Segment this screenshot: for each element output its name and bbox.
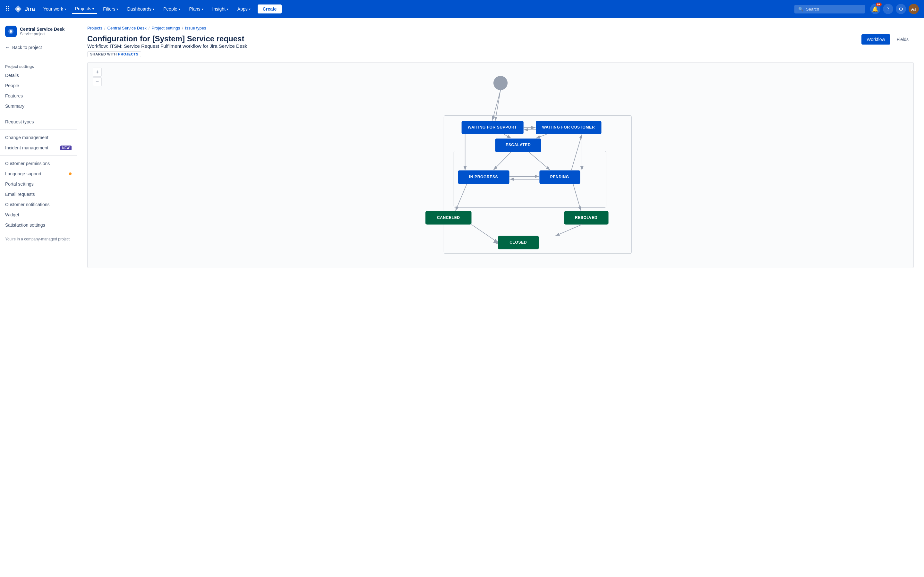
sidebar-divider-3 <box>0 129 77 130</box>
project-name: Central Service Desk <box>20 27 65 32</box>
search-box[interactable]: 🔍 Search <box>795 5 865 13</box>
project-type: Service project <box>20 32 65 36</box>
sidebar-item-customer-permissions[interactable]: Customer permissions <box>0 158 77 169</box>
notification-badge: 9+ <box>876 3 882 6</box>
svg-text:CLOSED: CLOSED <box>509 240 527 245</box>
sidebar-divider-1 <box>0 58 77 58</box>
sidebar-footer: You're in a company-managed project <box>0 233 77 245</box>
breadcrumb-issue-types[interactable]: Issue types <box>185 26 206 31</box>
shared-badge: SHARED WITH PROJECTS <box>87 51 141 57</box>
nav-apps[interactable]: Apps ▾ <box>234 5 254 13</box>
sidebar-item-details[interactable]: Details <box>0 70 77 81</box>
sidebar-item-portal-settings[interactable]: Portal settings <box>0 179 77 189</box>
nav-projects[interactable]: Projects ▾ <box>72 4 97 14</box>
zoom-in-button[interactable]: + <box>93 68 102 77</box>
sidebar-item-language-support[interactable]: Language support <box>0 169 77 179</box>
nav-dashboards[interactable]: Dashboards ▾ <box>124 5 158 13</box>
start-node <box>493 76 507 90</box>
main-content: Projects / Central Service Desk / Projec… <box>77 18 924 577</box>
sidebar-section-title: Project settings <box>0 61 77 70</box>
sidebar-divider-4 <box>0 155 77 156</box>
svg-line-3 <box>495 90 501 121</box>
top-navigation: ⠿ Jira Your work ▾ Projects ▾ Filters ▾ … <box>0 0 924 18</box>
page-subtitle: Workflow: ITSM: Service Request Fulfilme… <box>87 43 247 49</box>
breadcrumb-project-settings[interactable]: Project settings <box>152 26 180 31</box>
sidebar-item-satisfaction-settings[interactable]: Satisfaction settings <box>0 220 77 230</box>
sidebar-item-incident-management[interactable]: Incident management NEW <box>0 143 77 153</box>
svg-text:RESOLVED: RESOLVED <box>575 215 598 220</box>
new-badge: NEW <box>60 145 71 150</box>
svg-text:WAITING FOR SUPPORT: WAITING FOR SUPPORT <box>468 125 517 129</box>
sidebar-project-header: Central Service Desk Service project <box>0 23 77 42</box>
app-layout: Central Service Desk Service project ← B… <box>0 18 924 577</box>
avatar[interactable]: AJ <box>909 4 919 14</box>
svg-point-0 <box>17 8 19 11</box>
topnav-icons: 🔔 9+ ? ⚙ AJ <box>870 4 919 14</box>
nav-insight[interactable]: Insight ▾ <box>209 5 232 13</box>
nav-plans[interactable]: Plans ▾ <box>186 5 207 13</box>
svg-rect-4 <box>444 116 632 253</box>
nav-your-work[interactable]: Your work ▾ <box>40 5 69 13</box>
sidebar-item-people[interactable]: People <box>0 81 77 91</box>
help-button[interactable]: ? <box>883 4 893 14</box>
page-title: Configuration for [System] Service reque… <box>87 34 247 43</box>
svg-text:IN PROGRESS: IN PROGRESS <box>469 175 498 179</box>
tab-fields[interactable]: Fields <box>892 34 914 45</box>
svg-text:ESCALATED: ESCALATED <box>506 143 531 147</box>
sidebar-item-request-types[interactable]: Request types <box>0 117 77 127</box>
sidebar-item-summary[interactable]: Summary <box>0 101 77 111</box>
create-button[interactable]: Create <box>258 5 282 13</box>
workflow-diagram-area: + − <box>87 62 914 268</box>
breadcrumb-central-service-desk[interactable]: Central Service Desk <box>107 26 147 31</box>
search-icon: 🔍 <box>798 7 803 11</box>
grid-icon[interactable]: ⠿ <box>5 5 10 13</box>
back-icon: ← <box>5 45 10 50</box>
sidebar-divider-2 <box>0 114 77 114</box>
nav-people[interactable]: People ▾ <box>160 5 184 13</box>
workflow-svg: WAITING FOR SUPPORT WAITING FOR CUSTOMER… <box>87 63 913 268</box>
svg-text:CANCELED: CANCELED <box>437 215 460 220</box>
zoom-out-button[interactable]: − <box>93 77 102 86</box>
workflow-diagram-svg: WAITING FOR SUPPORT WAITING FOR CUSTOMER… <box>87 63 913 268</box>
sidebar-item-change-management[interactable]: Change management <box>0 132 77 143</box>
svg-text:PENDING: PENDING <box>550 175 569 179</box>
sidebar-item-customer-notifications[interactable]: Customer notifications <box>0 199 77 210</box>
svg-text:WAITING FOR CUSTOMER: WAITING FOR CUSTOMER <box>542 125 595 129</box>
project-icon <box>5 26 17 37</box>
breadcrumb-projects[interactable]: Projects <box>87 26 102 31</box>
breadcrumb: Projects / Central Service Desk / Projec… <box>87 26 914 31</box>
settings-button[interactable]: ⚙ <box>896 4 906 14</box>
nav-filters[interactable]: Filters ▾ <box>100 5 121 13</box>
view-tabs: Workflow Fields <box>861 34 914 45</box>
sidebar-item-widget[interactable]: Widget <box>0 210 77 220</box>
sidebar: Central Service Desk Service project ← B… <box>0 18 77 577</box>
page-header: Configuration for [System] Service reque… <box>87 34 914 57</box>
tab-workflow[interactable]: Workflow <box>861 34 890 45</box>
dot-badge <box>69 172 71 175</box>
sidebar-item-features[interactable]: Features <box>0 91 77 101</box>
notifications-button[interactable]: 🔔 9+ <box>870 4 880 14</box>
jira-logo[interactable]: Jira <box>14 5 35 13</box>
zoom-controls: + − <box>93 68 102 86</box>
back-to-project[interactable]: ← Back to project <box>0 42 77 55</box>
shared-projects-link[interactable]: PROJECTS <box>118 52 138 56</box>
sidebar-item-email-requests[interactable]: Email requests <box>0 189 77 199</box>
